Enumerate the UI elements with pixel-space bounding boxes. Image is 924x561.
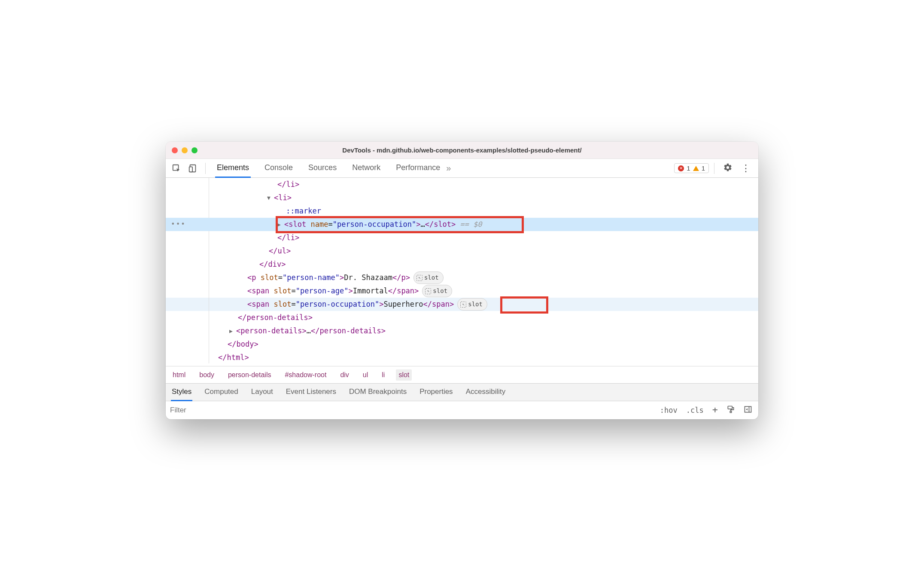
device-toolbar-icon[interactable] <box>185 162 200 175</box>
titlebar: DevTools - mdn.github.io/web-components-… <box>166 142 758 159</box>
crumb-slot[interactable]: slot <box>396 369 412 381</box>
gutter-menu-icon[interactable]: ••• <box>171 218 186 231</box>
svg-rect-5 <box>745 406 751 412</box>
tab-console[interactable]: Console <box>263 159 295 178</box>
dom-node-person-details-collapsed[interactable]: ▶ <person-details>…</person-details> <box>166 324 758 338</box>
dom-node-span-person-occupation[interactable]: <span slot="person-occupation">Superhero… <box>166 298 758 311</box>
styles-panel-tabs: Styles Computed Layout Event Listeners D… <box>166 383 758 401</box>
close-window-button[interactable] <box>172 147 178 153</box>
tab-dom-breakpoints[interactable]: DOM Breakpoints <box>348 383 407 401</box>
crumb-person-details[interactable]: person-details <box>225 369 274 381</box>
svg-rect-4 <box>730 411 731 412</box>
tab-styles[interactable]: Styles <box>171 383 192 401</box>
paint-icon[interactable] <box>725 405 737 415</box>
dom-node-slot-selected[interactable]: ••• ▶ <slot name="person-occupation">…</… <box>166 218 758 231</box>
divider <box>714 163 714 174</box>
reveal-slot-badge[interactable]: ↖slot <box>413 271 444 284</box>
crumb-div[interactable]: div <box>337 369 351 381</box>
svg-rect-3 <box>728 406 732 409</box>
error-icon: ✕ <box>678 165 684 171</box>
slot-icon: ↖ <box>425 288 431 294</box>
tab-elements[interactable]: Elements <box>215 159 251 178</box>
dom-tree[interactable]: </li> ▼ <li> ::marker ••• ▶ <slot name="… <box>166 178 758 366</box>
styles-filter-bar: :hov .cls + <box>166 401 758 419</box>
dom-node-ul-close[interactable]: </ul> <box>166 244 758 258</box>
expand-arrow-right-icon[interactable]: ▶ <box>229 326 234 336</box>
crumb-body[interactable]: body <box>197 369 217 381</box>
tab-performance[interactable]: Performance <box>394 159 442 178</box>
styles-filter-input[interactable] <box>170 406 653 415</box>
warning-count: 1 <box>702 165 705 172</box>
reveal-slot-badge[interactable]: ↖slot <box>422 285 452 297</box>
divider <box>205 163 206 174</box>
issues-counter[interactable]: ✕ 1 1 <box>674 163 709 173</box>
toggle-sidebar-icon[interactable] <box>742 405 754 415</box>
dom-node-html-close[interactable]: </html> <box>166 351 758 364</box>
tab-network[interactable]: Network <box>350 159 382 178</box>
settings-icon[interactable] <box>720 163 736 174</box>
expand-arrow-right-icon[interactable]: ▶ <box>277 220 283 229</box>
panel-tabs: Elements Console Sources Network Perform… <box>215 159 442 178</box>
new-style-rule-button[interactable]: + <box>711 404 720 415</box>
dom-node-p-person-name[interactable]: <p slot="person-name">Dr. Shazaam</p> ↖s… <box>166 271 758 284</box>
dom-node-person-details-close[interactable]: </person-details> <box>166 311 758 324</box>
zoom-window-button[interactable] <box>191 147 198 153</box>
crumb-html[interactable]: html <box>170 369 188 381</box>
tab-layout[interactable]: Layout <box>250 383 274 401</box>
slot-icon: ↖ <box>460 302 466 308</box>
dom-node-li-close[interactable]: </li> <box>166 178 758 191</box>
dom-node-span-person-age[interactable]: <span slot="person-age">Immortal</span> … <box>166 284 758 298</box>
crumb-li[interactable]: li <box>379 369 387 381</box>
reveal-slot-badge[interactable]: ↖slot <box>457 298 487 311</box>
toggle-classes-button[interactable]: .cls <box>684 406 705 415</box>
more-tabs-icon[interactable]: » <box>444 163 453 173</box>
tab-properties[interactable]: Properties <box>419 383 453 401</box>
dom-node-li-close2[interactable]: </li> <box>166 231 758 244</box>
error-count: 1 <box>687 165 690 172</box>
expand-arrow-down-icon[interactable]: ▼ <box>267 193 272 203</box>
svg-rect-2 <box>189 167 192 172</box>
main-toolbar: Elements Console Sources Network Perform… <box>166 159 758 178</box>
dom-node-body-close[interactable]: </body> <box>166 338 758 351</box>
tab-sources[interactable]: Sources <box>307 159 338 178</box>
crumb-ul[interactable]: ul <box>360 369 371 381</box>
dom-node-marker[interactable]: ::marker <box>166 204 758 218</box>
window-title: DevTools - mdn.github.io/web-components-… <box>166 146 758 154</box>
dom-node-div-close[interactable]: </div> <box>166 258 758 271</box>
breadcrumb: html body person-details #shadow-root di… <box>166 366 758 383</box>
tab-computed[interactable]: Computed <box>204 383 239 401</box>
toggle-hover-button[interactable]: :hov <box>658 406 679 415</box>
minimize-window-button[interactable] <box>182 147 188 153</box>
tab-event-listeners[interactable]: Event Listeners <box>285 383 337 401</box>
console-reference: == $0 <box>460 218 482 231</box>
tab-accessibility[interactable]: Accessibility <box>465 383 507 401</box>
dom-node-li-open[interactable]: ▼ <li> <box>166 191 758 204</box>
warning-icon <box>693 166 699 171</box>
inspect-element-icon[interactable] <box>169 162 184 175</box>
crumb-shadow-root[interactable]: #shadow-root <box>282 369 329 381</box>
devtools-window: DevTools - mdn.github.io/web-components-… <box>166 142 758 419</box>
more-options-icon[interactable]: ⋮ <box>738 163 755 174</box>
traffic-lights <box>172 147 198 153</box>
slot-icon: ↖ <box>416 275 422 281</box>
